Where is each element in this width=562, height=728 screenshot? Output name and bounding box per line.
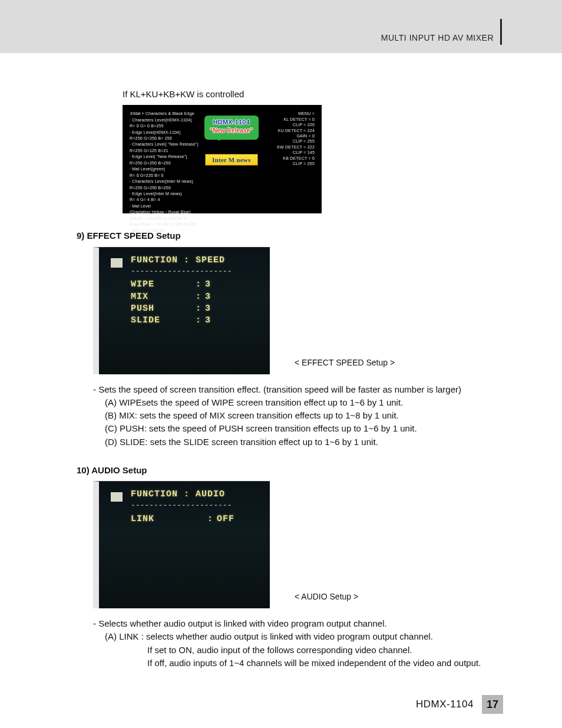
page-body: If KL+KU+KB+KW is controlled ②Mat + Char… — [0, 53, 562, 728]
section-9-body: - Sets the speed of screen transition ef… — [93, 384, 503, 448]
footer-model: HDMX-1104 — [416, 698, 474, 711]
section-9-heading: 9) EFFECT SPEED Setup — [77, 230, 503, 242]
composite-preview: ②Mat + Characters & Black Edge · Charact… — [123, 105, 322, 213]
audio-menu-screenshot: FUNCTION : AUDIO ---------------------- … — [93, 481, 270, 608]
cursor-icon — [111, 258, 123, 268]
speed-row-push: PUSH:3 — [131, 303, 265, 315]
speed-menu-title: FUNCTION : SPEED — [131, 255, 265, 266]
speech-bubble: HDMX-1104 "New Release" — [204, 116, 259, 139]
preview-right-menu: MENU = KL DETECT = 0 CLIP = 220 KU DETEC… — [265, 111, 315, 207]
preview-left-readout: ②Mat + Characters & Black Edge · Charact… — [130, 111, 199, 207]
speed-row-slide: SLIDE:3 — [131, 315, 265, 327]
audio-caption: < AUDIO Setup > — [295, 591, 358, 602]
page-footer: HDMX-1104 17 — [77, 695, 503, 714]
cursor-icon — [111, 492, 123, 502]
header-rule — [500, 19, 502, 45]
news-banner: Inter M news — [205, 154, 258, 166]
speed-menu-screenshot: FUNCTION : SPEED ---------------------- … — [93, 247, 270, 374]
section-10-body: - Selects whether audio output is linked… — [93, 618, 503, 669]
page-header: MULTI INPUT HD AV MIXER — [0, 0, 562, 53]
audio-row-link: LINK:OFF — [131, 513, 265, 525]
footer-page-number: 17 — [482, 695, 503, 714]
intro-text: If KL+KU+KB+KW is controlled — [123, 88, 503, 100]
header-title: MULTI INPUT HD AV MIXER — [381, 33, 494, 42]
speed-row-mix: MIX:3 — [131, 291, 265, 303]
speed-row-wipe: WIPE:3 — [131, 279, 265, 291]
section-10-heading: 10) AUDIO Setup — [77, 465, 503, 476]
bubble-line-2: "New Release" — [206, 127, 257, 135]
preview-center: HDMX-1104 "New Release" Inter M news — [203, 111, 260, 207]
audio-menu-title: FUNCTION : AUDIO — [131, 489, 265, 500]
bubble-line-1: HDMX-1104 — [206, 118, 257, 127]
speed-caption: < EFFECT SPEED Setup > — [295, 357, 395, 368]
